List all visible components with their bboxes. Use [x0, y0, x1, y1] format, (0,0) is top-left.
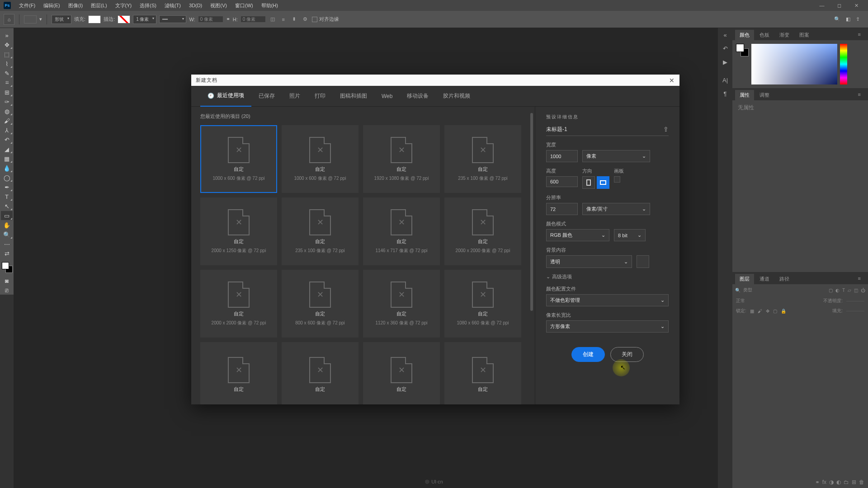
lock-pos-icon[interactable]: ✥	[766, 309, 769, 314]
width-input[interactable]	[546, 150, 578, 162]
quick-select-tool[interactable]: ✎	[1, 69, 13, 78]
tab-recent[interactable]: 🕘最近使用项	[200, 85, 251, 107]
background-color-swatch[interactable]	[637, 255, 649, 268]
stroke-width-dropdown[interactable]: 1 像素	[133, 15, 156, 24]
tab-web[interactable]: Web	[374, 87, 400, 106]
doc-name-input[interactable]	[546, 126, 663, 132]
filter-shape-icon[interactable]: ▱	[848, 288, 851, 293]
lock-nest-icon[interactable]: ▢	[773, 309, 777, 314]
filter-type-icon[interactable]: T	[842, 288, 845, 293]
lock-paint-icon[interactable]: 🖌	[758, 309, 762, 314]
tab-saved[interactable]: 已保存	[251, 86, 282, 106]
blend-mode-dropdown[interactable]: 正常	[736, 298, 745, 304]
preset-item[interactable]: ✕自定1080 x 660 像素 @ 72 ppi	[444, 270, 521, 338]
new-layer-icon[interactable]: ⊞	[852, 479, 856, 485]
menu-image[interactable]: 图像(I)	[65, 2, 86, 9]
panel-menu-icon[interactable]: ≡	[854, 90, 865, 100]
tab-adjust[interactable]: 调整	[755, 90, 774, 100]
stamp-tool[interactable]: ⅄	[1, 126, 13, 135]
preset-item[interactable]: ✕自定1920 x 1080 像素 @ 72 ppi	[363, 125, 440, 193]
type-tool[interactable]: T	[1, 192, 13, 201]
tab-photo[interactable]: 照片	[282, 86, 307, 106]
panel-menu-icon[interactable]: ≡	[854, 30, 865, 40]
menu-file[interactable]: 文件(F)	[15, 2, 39, 9]
preset-item[interactable]: ✕自定	[200, 342, 277, 404]
panel-menu-icon[interactable]: ≡	[854, 274, 865, 284]
char-icon[interactable]: A|	[719, 75, 731, 85]
mask-icon[interactable]: ◑	[829, 479, 834, 485]
filter-adj-icon[interactable]: ◐	[835, 288, 840, 293]
paragraph-icon[interactable]: ¶	[719, 89, 731, 99]
lock-all-icon[interactable]: 🔒	[781, 309, 786, 314]
tab-patterns[interactable]: 图案	[795, 30, 814, 40]
gradient-tool[interactable]: ▦	[1, 154, 13, 163]
preset-item[interactable]: ✕自定	[282, 342, 359, 404]
height-input[interactable]	[241, 16, 266, 23]
screen-mode-icon[interactable]: ⎚	[1, 286, 13, 295]
tab-film[interactable]: 胶片和视频	[436, 86, 477, 106]
preset-item[interactable]: ✕自定1000 x 600 像素 @ 72 ppi	[282, 125, 359, 193]
artboard-checkbox[interactable]	[614, 176, 620, 183]
menu-edit[interactable]: 编辑(E)	[40, 2, 64, 9]
workspace-icon[interactable]: ◧	[846, 16, 850, 22]
preset-item[interactable]: ✕自定	[444, 342, 521, 404]
window-maximize[interactable]: ◻	[831, 3, 847, 9]
pixel-aspect-dropdown[interactable]: 方形像素⌄	[546, 320, 669, 333]
preset-item[interactable]: ✕自定	[363, 342, 440, 404]
align-edges-checkbox[interactable]: 对齐边缘	[312, 16, 339, 23]
group-icon[interactable]: 🗀	[844, 479, 849, 485]
adj-layer-icon[interactable]: ◐	[836, 479, 841, 485]
stroke-swatch[interactable]	[118, 15, 130, 23]
marquee-tool[interactable]: ⬚	[1, 50, 13, 59]
edit-toolbar[interactable]: ⇄	[1, 249, 13, 258]
presets-scrollbar[interactable]	[530, 113, 534, 395]
eyedropper-tool[interactable]: ✑	[1, 97, 13, 106]
color-mode-dropdown[interactable]: RGB 颜色⌄	[546, 229, 609, 241]
tab-gradients[interactable]: 渐变	[775, 30, 794, 40]
search-icon[interactable]: 🔍	[834, 16, 840, 22]
fx-icon[interactable]: fx	[822, 479, 826, 485]
link-layers-icon[interactable]: ⚭	[815, 479, 820, 485]
bit-depth-dropdown[interactable]: 8 bit⌄	[614, 229, 646, 241]
tab-print[interactable]: 打印	[307, 86, 333, 106]
more-tools[interactable]: ⋯	[1, 239, 13, 249]
width-input[interactable]	[198, 16, 223, 23]
tab-art[interactable]: 图稿和插图	[333, 86, 374, 106]
share-icon[interactable]: ⇪	[856, 16, 860, 22]
color-profile-dropdown[interactable]: 不做色彩管理⌄	[546, 294, 669, 306]
eraser-tool[interactable]: ◢	[1, 145, 13, 154]
menu-window[interactable]: 窗口(W)	[231, 2, 257, 9]
move-tool[interactable]: ✥	[1, 40, 13, 49]
preset-item[interactable]: ✕自定235 x 100 像素 @ 72 ppi	[444, 125, 521, 193]
orientation-landscape[interactable]	[597, 176, 609, 189]
orientation-portrait[interactable]	[582, 176, 595, 189]
collapse-icon[interactable]: »	[1, 31, 13, 40]
window-close[interactable]: ✕	[848, 3, 864, 9]
home-button[interactable]: ⌂	[4, 14, 14, 25]
hue-slider[interactable]	[840, 44, 847, 84]
preset-item[interactable]: ✕自定2000 x 2000 像素 @ 72 ppi	[200, 270, 277, 338]
history-icon[interactable]: ↶	[719, 43, 731, 53]
tab-channels[interactable]: 通道	[755, 274, 774, 284]
resolution-input[interactable]	[546, 203, 578, 215]
tab-mobile[interactable]: 移动设备	[400, 86, 436, 106]
window-minimize[interactable]: —	[814, 3, 830, 8]
menu-select[interactable]: 选择(S)	[136, 2, 160, 9]
menu-3d[interactable]: 3D(D)	[185, 3, 206, 8]
save-preset-icon[interactable]: ⇪	[663, 126, 669, 133]
tab-swatches[interactable]: 色板	[755, 30, 774, 40]
width-unit-dropdown[interactable]: 像素⌄	[582, 150, 650, 162]
preset-item[interactable]: ✕自定2000 x 2000 像素 @ 72 ppi	[444, 197, 521, 265]
create-button[interactable]: 创建	[571, 347, 605, 362]
quick-mask-icon[interactable]: ◙	[1, 276, 13, 285]
dialog-close-icon[interactable]: ✕	[669, 77, 675, 84]
menu-layer[interactable]: 图层(L)	[87, 2, 110, 9]
preset-item[interactable]: ✕自定2000 x 1250 像素 @ 72 ppi	[200, 197, 277, 265]
preset-item[interactable]: ✕自定1146 x 717 像素 @ 72 ppi	[363, 197, 440, 265]
menu-filter[interactable]: 滤镜(T)	[161, 2, 184, 9]
path-ops-icon[interactable]: ◫	[269, 15, 277, 23]
lock-trans-icon[interactable]: ▦	[750, 309, 754, 314]
tool-preset-icon[interactable]	[24, 15, 37, 23]
hand-tool[interactable]: ✋	[1, 221, 13, 230]
delete-layer-icon[interactable]: 🗑	[859, 479, 864, 485]
